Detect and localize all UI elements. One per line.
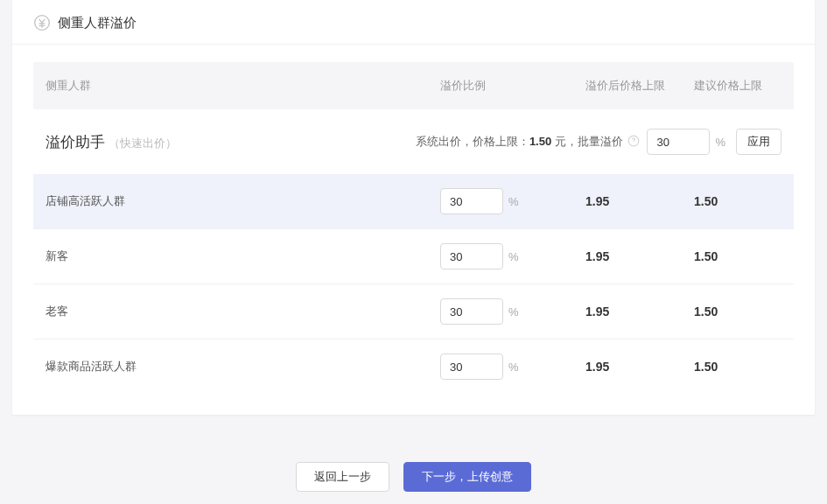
- row-name: 店铺高活跃人群: [46, 193, 440, 209]
- row-suggest: 1.50: [694, 249, 781, 263]
- row-ratio: %: [440, 243, 585, 270]
- row-upper: 1.95: [585, 304, 694, 318]
- row-name: 爆款商品活跃人群: [46, 359, 440, 374]
- premium-card: 侧重人群溢价 侧重人群 溢价比例 溢价后价格上限 建议价格上限 溢价助手 （快速…: [12, 0, 815, 415]
- table-row: 老客%1.951.50: [33, 284, 794, 340]
- percent-label: %: [508, 305, 519, 318]
- help-icon[interactable]: [627, 135, 640, 147]
- assist-desc-mid: 元，批量溢价: [551, 135, 623, 148]
- percent-label: %: [508, 250, 519, 263]
- batch-premium-input[interactable]: [647, 129, 710, 155]
- assist-subtitle: （快速出价）: [109, 136, 177, 151]
- assist-left: 溢价助手 （快速出价）: [46, 132, 216, 152]
- percent-label: %: [715, 136, 725, 149]
- row-suggest: 1.50: [694, 194, 781, 208]
- ratio-input-group: %: [440, 298, 585, 325]
- table-row: 店铺高活跃人群%1.951.50: [33, 174, 794, 229]
- back-button[interactable]: 返回上一步: [296, 462, 389, 492]
- col-header-upper: 溢价后价格上限: [585, 78, 694, 94]
- col-header-ratio: 溢价比例: [440, 78, 585, 94]
- assist-title: 溢价助手: [46, 132, 105, 152]
- table-wrap: 侧重人群 溢价比例 溢价后价格上限 建议价格上限 溢价助手 （快速出价） 系统出…: [12, 45, 815, 415]
- ratio-input[interactable]: [440, 243, 503, 270]
- ratio-input-group: %: [440, 243, 585, 270]
- assist-price: 1.50: [529, 135, 551, 148]
- premium-assist-row: 溢价助手 （快速出价） 系统出价，价格上限：1.50 元，批量溢价 % 应用: [33, 109, 794, 174]
- batch-input-group: % 应用: [647, 129, 781, 155]
- assist-desc: 系统出价，价格上限：1.50 元，批量溢价: [216, 134, 647, 150]
- ratio-input-group: %: [440, 354, 585, 380]
- row-suggest: 1.50: [694, 360, 781, 374]
- row-upper: 1.95: [585, 194, 694, 208]
- row-suggest: 1.50: [694, 304, 781, 318]
- ratio-input[interactable]: [440, 188, 503, 214]
- row-ratio: %: [440, 298, 585, 325]
- percent-label: %: [508, 360, 519, 374]
- assist-desc-prefix: 系统出价，价格上限：: [416, 135, 529, 148]
- ratio-input-group: %: [440, 188, 585, 214]
- next-button[interactable]: 下一步，上传创意: [403, 462, 531, 492]
- apply-button[interactable]: 应用: [736, 129, 781, 155]
- ratio-input[interactable]: [440, 298, 503, 325]
- yen-circle-icon: [33, 14, 51, 32]
- table-row: 爆款商品活跃人群%1.951.50: [33, 340, 794, 394]
- row-name: 老客: [46, 304, 440, 319]
- footer-actions: 返回上一步 下一步，上传创意: [12, 415, 815, 504]
- card-title: 侧重人群溢价: [58, 15, 137, 32]
- percent-label: %: [508, 195, 519, 208]
- row-upper: 1.95: [585, 360, 694, 374]
- table-row: 新客%1.951.50: [33, 229, 794, 284]
- col-header-suggest: 建议价格上限: [694, 78, 781, 94]
- row-upper: 1.95: [585, 249, 694, 263]
- col-header-group: 侧重人群: [46, 78, 440, 94]
- card-header: 侧重人群溢价: [12, 0, 815, 45]
- row-name: 新客: [46, 248, 440, 264]
- table-header: 侧重人群 溢价比例 溢价后价格上限 建议价格上限: [33, 62, 794, 109]
- ratio-input[interactable]: [440, 354, 503, 380]
- row-ratio: %: [440, 354, 585, 380]
- row-ratio: %: [440, 188, 585, 214]
